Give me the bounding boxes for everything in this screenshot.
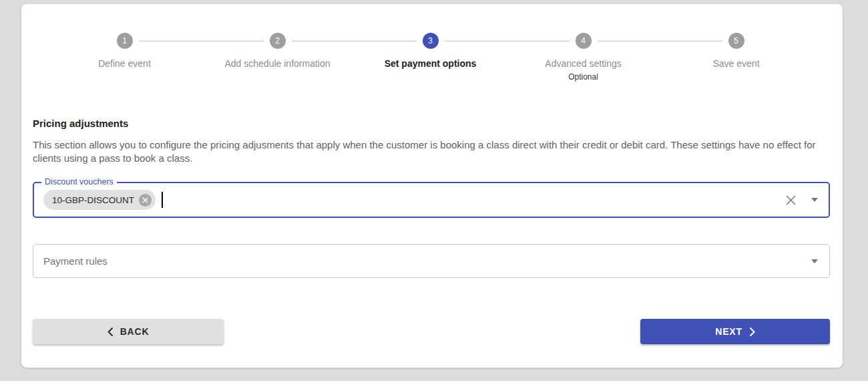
step-advanced-settings[interactable]: 4 Advanced settings Optional <box>507 33 660 82</box>
chevron-down-icon[interactable] <box>811 259 818 263</box>
connector-line <box>660 41 722 41</box>
payment-rules-field[interactable]: Payment rules <box>33 244 830 278</box>
step-content: Pricing adjustments This section allows … <box>21 118 843 344</box>
step-label: Add schedule information <box>225 58 331 69</box>
section-description: This section allows you to configure the… <box>33 138 821 164</box>
chevron-left-icon <box>107 328 113 336</box>
step-define-event[interactable]: 1 Define event <box>48 33 201 82</box>
next-button-label: NEXT <box>715 326 742 337</box>
step-label: Advanced settings <box>545 58 621 69</box>
connector-line <box>507 41 570 41</box>
chevron-down-icon[interactable] <box>811 198 818 202</box>
step-number-badge: 1 <box>117 33 133 49</box>
step-optional-label: Optional <box>568 72 598 82</box>
step-save-event[interactable]: 5 Save event <box>660 33 813 82</box>
text-caret <box>162 192 163 208</box>
step-add-schedule-information[interactable]: 2 Add schedule information <box>201 33 354 82</box>
chevron-right-icon <box>750 328 755 336</box>
connector-line <box>445 41 507 41</box>
step-number-badge: 4 <box>576 33 592 49</box>
step-set-payment-options[interactable]: 3 Set payment options <box>354 33 507 82</box>
step-number-badge: 2 <box>270 33 286 49</box>
step-number-badge: 5 <box>728 33 744 49</box>
section-title: Pricing adjustments <box>33 118 830 129</box>
payment-rules-placeholder: Payment rules <box>43 255 107 267</box>
connector-line <box>139 41 202 41</box>
back-button-label: BACK <box>120 326 150 337</box>
step-label: Set payment options <box>385 58 477 69</box>
connector-line <box>201 41 264 41</box>
step-number-badge: 3 <box>423 33 439 49</box>
connector-line <box>598 41 660 41</box>
connector-line <box>354 41 417 41</box>
discount-vouchers-field[interactable]: Discount vouchers 10-GBP-DISCOUNT <box>33 182 830 218</box>
discount-voucher-chip: 10-GBP-DISCOUNT <box>43 190 156 210</box>
back-button[interactable]: BACK <box>33 319 224 344</box>
stepper: 1 Define event 2 Add schedule informatio… <box>48 4 813 82</box>
connector-line <box>292 41 355 41</box>
chip-label: 10-GBP-DISCOUNT <box>52 195 134 205</box>
remove-chip-icon[interactable] <box>139 194 152 207</box>
navigation-buttons: BACK NEXT <box>33 319 830 344</box>
discount-vouchers-label: Discount vouchers <box>41 177 117 187</box>
step-label: Save event <box>712 58 759 69</box>
clear-icon[interactable] <box>784 193 797 207</box>
wizard-card: 1 Define event 2 Add schedule informatio… <box>21 4 843 368</box>
next-button[interactable]: NEXT <box>640 319 830 344</box>
step-label: Define event <box>98 58 151 69</box>
